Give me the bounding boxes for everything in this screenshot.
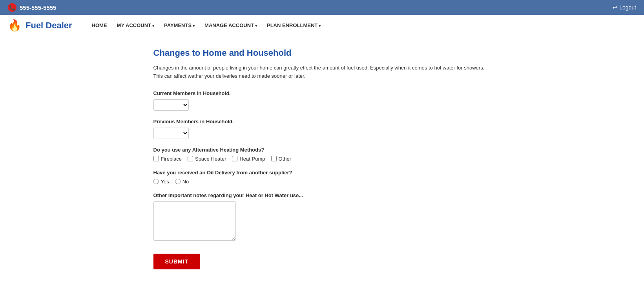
checkbox-heat-pump-label: Heat Pump — [239, 156, 265, 162]
radio-yes[interactable]: Yes — [153, 179, 169, 185]
notes-textarea[interactable] — [153, 201, 236, 241]
nav-manage-account[interactable]: MANAGE ACCOUNT▾ — [201, 20, 261, 31]
oil-delivery-radios: Yes No — [153, 179, 491, 185]
intro-text: Changes in the amount of people living i… — [153, 64, 491, 80]
radio-no[interactable]: No — [175, 179, 189, 185]
nav-payments[interactable]: PAYMENTS▾ — [160, 20, 199, 31]
checkbox-fireplace[interactable]: Fireplace — [153, 156, 182, 162]
nav-bar: 🔥 Fuel Dealer HOME MY ACCOUNT▾ PAYMENTS▾… — [0, 15, 644, 36]
brand-name: Fuel Dealer — [26, 20, 72, 31]
previous-members-section: Previous Members in Household. 1 2 3 4 5… — [153, 119, 491, 139]
checkbox-other-label: Other — [279, 156, 292, 162]
previous-members-label: Previous Members in Household. — [153, 119, 491, 124]
oil-delivery-label: Have you received an Oil Delivery from a… — [153, 170, 491, 176]
radio-yes-label: Yes — [161, 179, 169, 185]
phone-section: 📞 555-555-5555 — [8, 3, 56, 12]
checkbox-space-heater-label: Space Heater — [195, 156, 226, 162]
logout-button[interactable]: ↩ Logout — [613, 4, 636, 11]
submit-button[interactable]: SUBMIT — [153, 254, 201, 269]
nav-plan-enrollment[interactable]: PLAN ENROLLMENT▾ — [263, 20, 325, 31]
notes-label: Other Important notes regarding your Hea… — [153, 192, 491, 198]
previous-members-select[interactable]: 1 2 3 4 5 6 — [153, 128, 189, 139]
logout-icon: ↩ — [613, 4, 617, 11]
logout-label: Logout — [619, 4, 636, 11]
radio-yes-input[interactable] — [153, 179, 159, 184]
current-members-section: Current Members in Household. 1 2 3 4 5 … — [153, 90, 491, 111]
main-nav: HOME MY ACCOUNT▾ PAYMENTS▾ MANAGE ACCOUN… — [88, 20, 325, 31]
checkbox-fireplace-label: Fireplace — [161, 156, 182, 162]
alt-heating-section: Do you use any Alternative Heating Metho… — [153, 147, 491, 162]
checkbox-space-heater-input[interactable] — [188, 156, 193, 161]
checkbox-other[interactable]: Other — [271, 156, 292, 162]
checkbox-heat-pump-input[interactable] — [232, 156, 237, 161]
oil-delivery-section: Have you received an Oil Delivery from a… — [153, 170, 491, 185]
phone-number: 555-555-5555 — [20, 4, 56, 11]
nav-my-account[interactable]: MY ACCOUNT▾ — [113, 20, 158, 31]
checkbox-heat-pump[interactable]: Heat Pump — [232, 156, 265, 162]
checkbox-other-input[interactable] — [271, 156, 277, 161]
checkbox-fireplace-input[interactable] — [153, 156, 159, 161]
current-members-label: Current Members in Household. — [153, 90, 491, 96]
phone-icon: 📞 — [8, 3, 16, 12]
radio-no-input[interactable] — [175, 179, 181, 184]
current-members-select[interactable]: 1 2 3 4 5 6 — [153, 99, 189, 111]
page-title: Changes to Home and Household — [153, 48, 491, 58]
checkbox-space-heater[interactable]: Space Heater — [188, 156, 226, 162]
notes-section: Other Important notes regarding your Hea… — [153, 192, 491, 242]
radio-no-label: No — [182, 179, 189, 185]
alt-heating-checkboxes: Fireplace Space Heater Heat Pump Other — [153, 156, 491, 162]
nav-home[interactable]: HOME — [88, 20, 111, 31]
alt-heating-label: Do you use any Alternative Heating Metho… — [153, 147, 491, 153]
main-content: Changes to Home and Household Changes in… — [146, 48, 499, 269]
top-bar: 📞 555-555-5555 ↩ Logout — [0, 0, 644, 15]
brand: 🔥 Fuel Dealer — [8, 19, 72, 32]
flame-icon: 🔥 — [8, 19, 22, 32]
